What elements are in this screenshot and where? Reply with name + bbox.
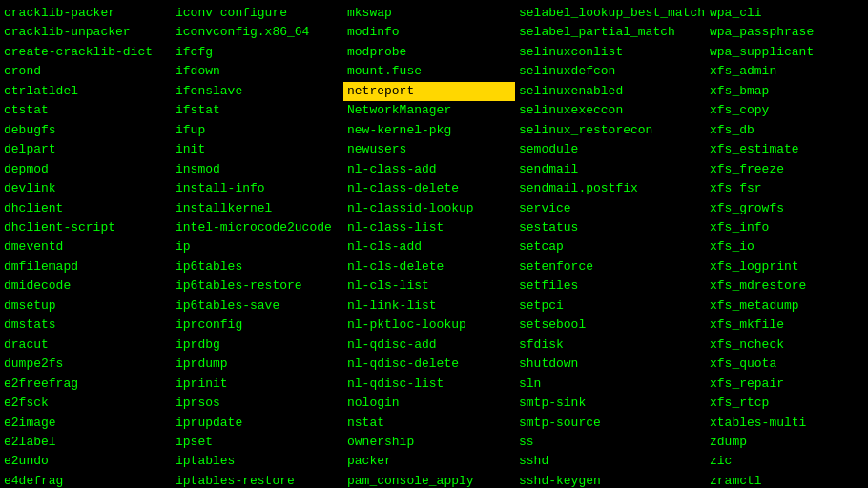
list-item: xfs_logprint: [706, 257, 868, 276]
list-item: iconv configure: [172, 4, 343, 23]
list-item: ip: [172, 237, 343, 256]
list-item: dumpe2fs: [0, 355, 172, 374]
list-item: e2freefrag: [0, 375, 172, 394]
list-item: ctstat: [0, 101, 172, 120]
list-item: iptables-restore: [172, 472, 343, 488]
list-item: dmeventd: [0, 237, 172, 256]
list-item: ifup: [172, 121, 343, 140]
list-item: xfs_mkfile: [706, 315, 868, 335]
list-item: wpa_passphrase: [706, 23, 868, 42]
list-item: cracklib-packer: [0, 4, 172, 23]
list-item: xfs_freeze: [706, 160, 868, 179]
list-item: smtp-sink: [515, 394, 706, 413]
list-item: ifenslave: [172, 82, 343, 101]
list-item: e2label: [0, 433, 172, 452]
list-item: nologin: [343, 394, 515, 413]
list-item: nl-qdisc-add: [343, 336, 515, 355]
list-item: e4defrag: [0, 472, 172, 488]
list-item: xfs_admin: [706, 62, 868, 81]
list-item: insmod: [172, 160, 343, 179]
list-item: e2fsck: [0, 394, 172, 413]
list-item: xfs_info: [706, 218, 868, 237]
list-item: nl-class-delete: [343, 179, 515, 198]
list-item: xfs_copy: [706, 101, 868, 120]
list-item: setenforce: [515, 257, 706, 276]
list-item: xfs_repair: [706, 375, 868, 394]
list-item: mkswap: [343, 4, 515, 23]
list-item: iprsos: [172, 394, 343, 413]
list-item: sshd: [515, 452, 706, 471]
list-item: dmidecode: [0, 276, 172, 295]
list-item: semodule: [515, 140, 706, 159]
list-item: mount.fuse: [343, 62, 515, 81]
list-item: ss: [515, 433, 706, 452]
list-item: iprdbg: [172, 336, 343, 355]
list-item: newusers: [343, 140, 515, 159]
list-item: sestatus: [515, 218, 706, 237]
list-item: nl-class-list: [343, 218, 515, 237]
list-item: ifcfg: [172, 43, 343, 62]
list-item: iprupdate: [172, 414, 343, 433]
list-item: cracklib-unpacker: [0, 23, 172, 42]
list-item: nl-pktloc-lookup: [343, 315, 515, 335]
list-item: debugfs: [0, 121, 172, 140]
list-item: iconvconfig.x86_64: [172, 23, 343, 42]
column-4: selabel_lookup_best_matchselabel_partial…: [515, 4, 706, 488]
list-item: selabel_partial_match: [515, 23, 706, 42]
list-item: selabel_lookup_best_match: [515, 4, 706, 23]
list-item: modprobe: [343, 43, 515, 62]
list-item: nl-qdisc-list: [343, 375, 515, 394]
list-item: pam_console_apply: [343, 472, 515, 488]
list-item: selinux_restorecon: [515, 121, 706, 140]
list-item: install-info: [172, 179, 343, 198]
list-item: wpa_cli: [706, 4, 868, 23]
list-item: nl-link-list: [343, 296, 515, 315]
list-item: zic: [706, 452, 868, 471]
list-item: nl-classid-lookup: [343, 199, 515, 218]
list-item: nl-class-add: [343, 160, 515, 179]
list-item: intel-microcode2ucode: [172, 218, 343, 237]
list-item: init: [172, 140, 343, 159]
list-item: xfs_rtcp: [706, 394, 868, 413]
list-item: xtables-multi: [706, 414, 868, 433]
list-item: delpart: [0, 140, 172, 159]
list-item: xfs_io: [706, 237, 868, 256]
list-item: sfdisk: [515, 336, 706, 355]
list-item: setcap: [515, 237, 706, 256]
list-item: setpci: [515, 296, 706, 315]
list-item: xfs_db: [706, 121, 868, 140]
list-item: setfiles: [515, 276, 706, 295]
list-item: dhclient-script: [0, 218, 172, 237]
list-item: nl-qdisc-delete: [343, 355, 515, 374]
list-item: ip6tables-save: [172, 296, 343, 315]
list-item: crond: [0, 62, 172, 81]
list-item: dhclient: [0, 199, 172, 218]
list-item: nl-cls-list: [343, 276, 515, 295]
list-item: selinuxconlist: [515, 43, 706, 62]
list-item: dmsetup: [0, 296, 172, 315]
list-item: depmod: [0, 160, 172, 179]
column-5: wpa_cliwpa_passphrasewpa_supplicantxfs_a…: [706, 4, 868, 488]
list-item: xfs_ncheck: [706, 336, 868, 355]
list-item: e2image: [0, 414, 172, 433]
list-item: zramctl: [706, 472, 868, 488]
list-item: devlink: [0, 179, 172, 198]
list-item: e2undo: [0, 452, 172, 471]
list-item: ifdown: [172, 62, 343, 81]
list-item: xfs_quota: [706, 355, 868, 374]
list-item: netreport: [343, 82, 515, 101]
list-item: sendmail.postfix: [515, 179, 706, 198]
list-item: smtp-source: [515, 414, 706, 433]
list-item: dmstats: [0, 315, 172, 335]
list-item: xfs_fsr: [706, 179, 868, 198]
list-item: create-cracklib-dict: [0, 43, 172, 62]
list-item: sln: [515, 375, 706, 394]
list-item: iprconfig: [172, 315, 343, 335]
list-item: dracut: [0, 336, 172, 355]
list-item: NetworkManager: [343, 101, 515, 120]
main-grid: cracklib-packercracklib-unpackercreate-c…: [0, 0, 868, 488]
list-item: selinuxdefcon: [515, 62, 706, 81]
list-item: ipset: [172, 433, 343, 452]
list-item: packer: [343, 452, 515, 471]
list-item: selinuxexeccon: [515, 101, 706, 120]
